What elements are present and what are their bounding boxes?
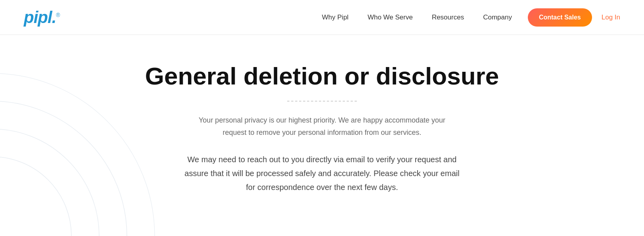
svg-point-0 — [0, 157, 71, 236]
main-content: General deletion or disclosure Your pers… — [0, 35, 644, 236]
svg-point-3 — [0, 73, 155, 236]
login-button[interactable]: Log In — [602, 13, 620, 21]
background-arcs-decoration — [0, 54, 167, 236]
intro-paragraph: Your personal privacy is our highest pri… — [195, 114, 449, 138]
nav-link-company[interactable]: Company — [483, 13, 512, 21]
nav-link-why-pipl[interactable]: Why Pipl — [322, 13, 349, 21]
logo-text: pipl.® — [24, 8, 60, 27]
nav-links: Why Pipl Who We Serve Resources Company — [322, 13, 512, 21]
nav-link-who-we-serve[interactable]: Who We Serve — [368, 13, 413, 21]
page-title: General deletion or disclosure — [145, 63, 499, 90]
svg-point-1 — [0, 129, 99, 236]
nav-link-resources[interactable]: Resources — [432, 13, 464, 21]
divider — [286, 101, 358, 102]
logo[interactable]: pipl.® — [24, 8, 60, 27]
navbar: pipl.® Why Pipl Who We Serve Resources C… — [0, 0, 644, 35]
svg-point-2 — [0, 101, 127, 236]
contact-sales-button[interactable]: Contact Sales — [528, 8, 592, 27]
follow-up-paragraph: We may need to reach out to you directly… — [183, 153, 461, 194]
